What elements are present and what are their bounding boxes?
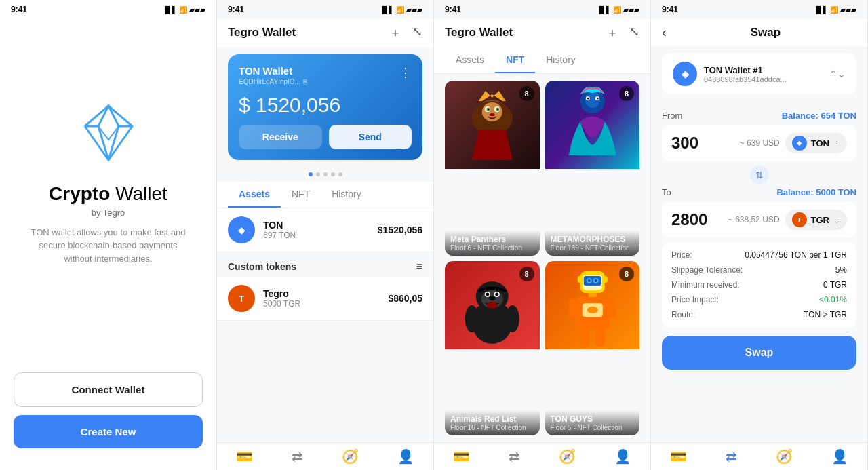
svg-point-18 [596,98,598,100]
back-button[interactable]: ‹ [662,24,667,40]
add-icon[interactable]: ＋ [389,24,401,41]
to-label: To [662,187,671,197]
meta-panthers-info: Meta Panthers Floor 6 - NFT Collection [445,231,540,256]
svg-point-17 [587,98,589,100]
nft-add-icon[interactable]: ＋ [606,24,618,41]
nav3-compass-icon[interactable]: 🧭 [559,448,576,465]
wifi-icon-2: 📶 [396,6,404,14]
welcome-buttons: Connect Wallet Create New [0,372,216,470]
wallet-selector[interactable]: ◈ TON Wallet #1 0488898fab3541addca... ⌃… [662,54,856,94]
status-bar-2: 9:41 ▐▌▌ 📶 ▰▰▰ [217,0,433,19]
nav3-profile-icon[interactable]: 👤 [614,448,631,465]
wifi-icon: 📶 [179,6,187,14]
bottom-nav-4: 💳 ⇄ 🧭 👤 [651,442,867,470]
dot-3 [323,172,328,176]
app-subtitle: by Tegro [92,208,125,218]
svg-point-37 [587,279,590,282]
nft-grid: 8 Meta Panthers Floor 6 - NFT Collection [434,74,650,442]
expand-icon[interactable]: ⤡ [412,24,422,41]
copy-icon[interactable]: ⎘ [303,78,307,85]
nav4-wallet-icon[interactable]: 💳 [670,448,687,465]
token-ton[interactable]: ◈ TON 697 TON $1520,056 [217,208,433,252]
nav3-wallet-icon[interactable]: 💳 [453,448,470,465]
nav-transfer-icon[interactable]: ⇄ [292,448,303,465]
wallet-balance: $ 1520,056 [239,94,412,117]
svg-point-27 [489,297,491,299]
nft-tab-nft[interactable]: NFT [495,47,535,73]
nav3-transfer-icon[interactable]: ⇄ [509,448,520,465]
status-icons-2: ▐▌▌ 📶 ▰▰▰ [380,6,422,14]
to-token-chevron-icon: ⋮ [833,216,840,224]
ton-icon: ◈ [228,216,255,243]
svg-point-29 [487,302,498,309]
meta-panthers-sub: Floor 6 - NFT Collection [450,244,534,252]
battery-icon: ▰▰▰ [189,6,205,14]
nft-meta-panthers[interactable]: 8 Meta Panthers Floor 6 - NFT Collection [445,81,540,256]
signal-icon-3: ▐▌▌ [597,6,611,14]
signal-icon-4: ▐▌▌ [814,6,828,14]
swap-direction-button[interactable]: ⇅ [750,165,769,184]
svg-point-24 [486,292,489,296]
svg-rect-42 [588,293,596,297]
animals-red-badge: 8 [519,267,534,281]
to-section: To Balance: 5000 TON [662,187,856,197]
price-impact-label: Price Impact: [671,295,719,305]
nav-compass-icon[interactable]: 🧭 [342,448,359,465]
ton-value: $1520,056 [378,224,422,235]
dot-4 [331,172,335,176]
more-icon[interactable]: ⋮ [399,65,412,80]
status-icons-4: ▐▌▌ 📶 ▰▰▰ [814,6,856,14]
nav-profile-icon[interactable]: 👤 [397,448,414,465]
filter-icon[interactable]: ≡ [416,260,422,273]
from-token-selector[interactable]: ◈ TON ⋮ [785,133,847,153]
svg-marker-0 [479,91,506,101]
min-received-value: 0 TGR [823,280,847,290]
connect-wallet-button[interactable]: Connect Wallet [14,372,203,407]
svg-marker-12 [472,130,513,160]
from-usd: ~ 639 USD [740,138,780,148]
nav4-profile-icon[interactable]: 👤 [831,448,848,465]
from-section: From Balance: 654 TON [662,111,856,121]
nft-expand-icon[interactable]: ⤡ [629,24,639,41]
wallet-actions: Receive Send [239,125,412,149]
nft-metamorphoses[interactable]: 8 METAMORPHOSES Floor 189 - NFT Collecti… [545,81,640,256]
to-token-selector[interactable]: T TGR ⋮ [785,210,847,230]
route-row: Route: TON > TGR [671,310,847,319]
nft-animals-red[interactable]: 8 Animals Red List Floor 16 - NFT Collec… [445,261,540,436]
battery-icon-3: ▰▰▰ [623,6,639,14]
nav-wallet-icon[interactable]: 💳 [236,448,253,465]
nft-tab-assets[interactable]: Assets [445,47,495,73]
wallet-card-info: TON Wallet EQDHirLoAYInpIO... ⎘ [239,65,307,85]
from-token-name: TON [811,138,829,149]
screen-swap: 9:41 ▐▌▌ 📶 ▰▰▰ ‹ Swap ◈ TON Wallet #1 04… [651,0,868,470]
min-received-row: Minimum received: 0 TGR [671,280,847,290]
nft-tab-history[interactable]: History [535,47,587,73]
battery-icon-4: ▰▰▰ [840,6,856,14]
to-amount[interactable]: 2800 [671,210,723,229]
route-label: Route: [671,310,695,319]
metamorphoses-title: METAMORPHOSES [551,235,635,244]
send-button[interactable]: Send [329,125,412,149]
svg-rect-49 [595,328,604,347]
swap-button[interactable]: Swap [662,336,856,370]
tab-assets[interactable]: Assets [228,182,281,208]
tab-history[interactable]: History [321,182,372,208]
bottom-nav-3: 💳 ⇄ 🧭 👤 [434,442,650,470]
nav4-compass-icon[interactable]: 🧭 [776,448,793,465]
tab-nft[interactable]: NFT [281,182,321,208]
custom-tokens-header: Custom tokens ≡ [217,252,433,277]
wallet-selector-icon: ◈ [673,62,697,86]
ton-amount: 697 TON [263,231,378,240]
nft-ton-guys[interactable]: 8 TON GUYS Floor 5 - NFT Collection [545,261,640,436]
token-tgr[interactable]: T Tegro 5000 TGR $860,05 [217,277,433,321]
wifi-icon-4: 📶 [830,6,838,14]
time-1: 9:41 [11,5,27,14]
min-received-label: Minimum received: [671,280,740,290]
from-amount[interactable]: 300 [671,134,734,153]
asset-tabs: Assets NFT History [217,182,433,208]
swap-title: Swap [675,26,856,39]
tgr-token-icon: T [792,212,807,227]
nav4-transfer-icon[interactable]: ⇄ [726,448,737,465]
receive-button[interactable]: Receive [239,125,322,149]
create-new-button[interactable]: Create New [14,415,203,448]
